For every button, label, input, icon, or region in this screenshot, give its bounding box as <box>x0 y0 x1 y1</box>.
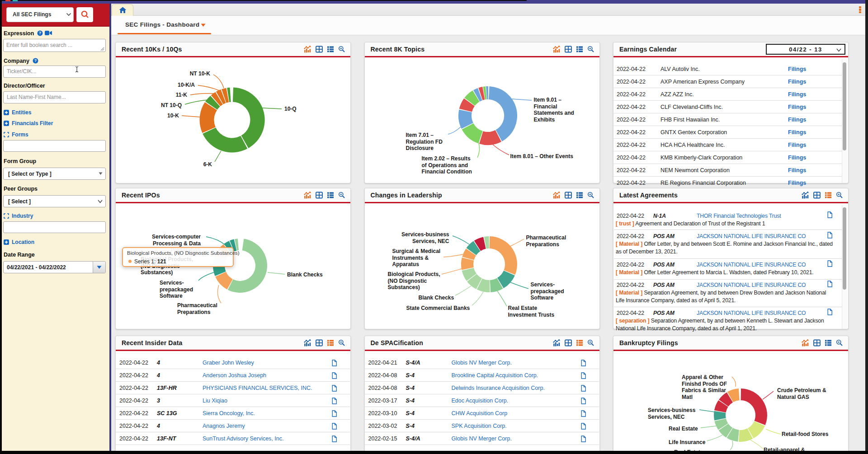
svg-text:?: ? <box>39 31 42 35</box>
svg-text:?: ? <box>34 58 37 63</box>
